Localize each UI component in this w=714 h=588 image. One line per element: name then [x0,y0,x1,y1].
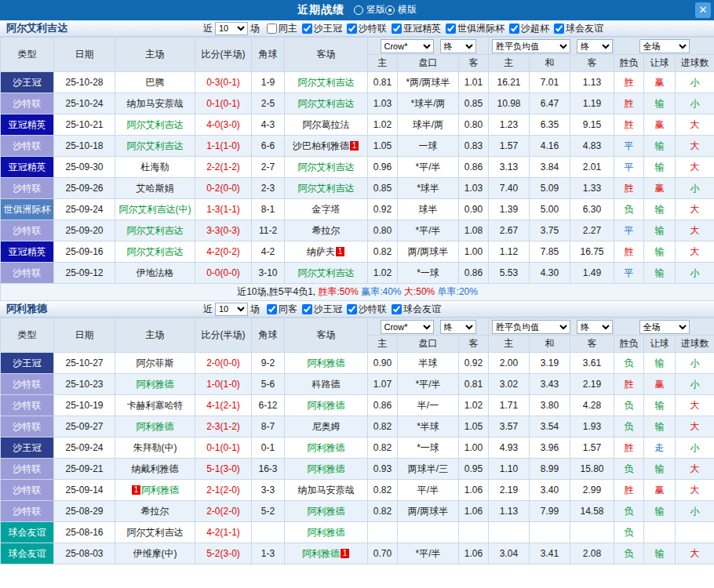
corners-cell: 0-1 [252,437,285,459]
filter-checkbox[interactable] [392,24,402,34]
wdl-result-cell: 胜 [614,93,644,114]
odds-company-select[interactable]: Crow* [381,39,434,53]
corners-cell: 4-3 [252,114,285,136]
column-header: 日期 [54,318,115,353]
filter-checkbox[interactable] [392,304,402,314]
team-name-text: 阿利雅德 [141,485,179,495]
filter-option[interactable]: 同客 [267,303,297,316]
odds-stage-select[interactable]: 终 [440,39,476,53]
eu-draw-odds-cell: 3.41 [530,543,570,564]
layout-radio[interactable]: 竖版 [354,3,385,16]
goals-result-cell: 大 [676,220,714,241]
handicap-result-cell: 赢 [644,480,676,501]
corners-cell: 1-9 [252,72,285,93]
league-type-cell: 沙特联 [1,178,54,199]
ah-away-odds-cell [459,522,489,543]
ah-away-odds-cell: 1.08 [459,220,489,241]
europe-mean-select[interactable]: 胜平负均值 [492,320,570,334]
table-row: 球会友谊25-08-03伊维摩(中)5-2(3-0)1-3阿利雅德10.70*平… [1,543,714,564]
radio-label: 横版 [398,3,417,16]
ah-home-odds-cell: 1.03 [368,93,398,114]
eu-away-odds-cell: 1.49 [570,263,614,284]
filter-option[interactable]: 同主 [267,22,297,35]
wdl-result-cell: 平 [614,136,644,157]
team-name-text: 阿尔菲斯 [137,358,174,368]
ah-away-odds-cell: 1.01 [459,72,489,93]
layout-radio[interactable]: 横版 [385,3,417,16]
away-team-cell: 阿尔艾利吉达 [285,157,368,178]
handicap-result-cell: 输 [644,416,676,437]
goals-result-cell: 小 [676,374,714,395]
ah-away-odds-cell: 1.02 [459,395,489,416]
filter-option[interactable]: 沙王冠 [302,22,342,35]
handicap-result-cell: 赢 [644,114,676,136]
eu-home-odds-cell: 1.71 [489,395,530,416]
filter-checkbox[interactable] [267,24,277,34]
eu-away-odds-cell: 2.08 [570,543,614,564]
corners-cell: 4-2 [252,241,285,263]
summary-row: 近10场,胜5平4负1, 胜率:50% 赢率:40% 大:50% 单率:20% [1,284,714,301]
team-name-text: 伊维摩(中) [133,548,177,559]
filter-option[interactable]: 沙特联 [347,22,387,35]
away-team-cell: 尼奥姆 [285,416,368,437]
eu-draw-odds-cell: 7.85 [530,241,570,263]
home-team-cell: 巴腾 [115,72,195,93]
table-row: 沙王冠25-09-24朱拜勒(中)0-1(0-1)0-1阿利雅德0.82*一球1… [1,437,714,459]
ah-handicap-cell: *球半 [398,178,459,199]
card-badge: 1 [132,485,140,495]
ah-handicap-cell: 半/一 [398,395,459,416]
team-name-text: 阿利雅德 [308,400,345,411]
corners-cell: 2-7 [252,157,285,178]
team-title: 阿尔艾利吉达 [6,21,201,35]
table-row: 沙特联25-09-21纳戴利雅德5-1(3-0)16-3阿利雅德0.93两球半/… [1,459,714,480]
score-cell: 4-2(1-1) [195,522,252,543]
handicap-result-cell: 输 [644,199,676,220]
filter-option[interactable]: 亚冠精英 [392,22,441,35]
close-button[interactable]: ✕ [695,2,711,18]
filter-option[interactable]: 球会友谊 [554,22,603,35]
filter-checkbox[interactable] [509,24,519,34]
near-label: 近 [203,303,213,316]
handicap-result-cell: 输 [644,136,676,157]
filter-option[interactable]: 沙超杯 [509,22,549,35]
date-cell: 25-08-03 [54,543,115,564]
ah-away-odds-cell: 1.06 [459,543,489,564]
team-section-header: 阿尔艾利吉达近10场同主沙王冠沙特联亚冠精英世俱洲际杯沙超杯球会友谊 [0,20,714,37]
ah-away-odds-cell: 0.83 [459,136,489,157]
ah-handicap-cell: *一球 [398,263,459,284]
filter-checkbox[interactable] [347,304,357,314]
column-subheader: 主 [489,336,530,353]
goals-result-cell: 小 [676,72,714,93]
date-cell: 25-09-26 [54,178,115,199]
column-header: 日期 [54,38,115,72]
filter-checkbox[interactable] [554,24,564,34]
odds-company-select[interactable]: Crow* [381,320,434,334]
games-count-select[interactable]: 10 [215,303,248,316]
europe-mean-select[interactable]: 胜平负均值 [492,39,570,53]
games-count-select[interactable]: 10 [215,22,248,35]
filter-checkbox[interactable] [302,24,312,34]
date-cell: 25-09-12 [54,263,115,284]
eu-draw-odds-cell: 5.00 [530,199,570,220]
score-cell: 2-1(2-0) [195,480,252,501]
games-label: 场 [250,22,260,35]
odds-stage-select[interactable]: 终 [440,320,476,334]
table-row: 亚冠精英25-09-16阿尔艾利吉达4-2(0-2)4-2纳萨夫10.82两/两… [1,241,714,263]
filter-option[interactable]: 沙王冠 [302,303,342,316]
eu-away-odds-cell: 2.01 [570,157,614,178]
filter-option[interactable]: 沙特联 [347,303,387,316]
filter-option[interactable]: 世俱洲际杯 [446,22,505,35]
scope-select[interactable]: 全场 [639,320,690,334]
column-subheader: 胜负 [614,336,644,353]
europe-stage-select[interactable]: 终 [577,320,613,334]
filter-option[interactable]: 球会友谊 [392,303,441,316]
filter-checkbox[interactable] [267,304,277,314]
filter-checkbox[interactable] [347,24,357,34]
column-subheader: 盘口 [398,55,459,72]
europe-stage-select[interactable]: 终 [577,39,613,53]
league-type-cell: 沙特联 [1,416,54,437]
filter-checkbox[interactable] [446,24,456,34]
filter-checkbox[interactable] [302,304,312,314]
handicap-result-cell: 输 [644,543,676,564]
scope-select[interactable]: 全场 [639,39,690,53]
